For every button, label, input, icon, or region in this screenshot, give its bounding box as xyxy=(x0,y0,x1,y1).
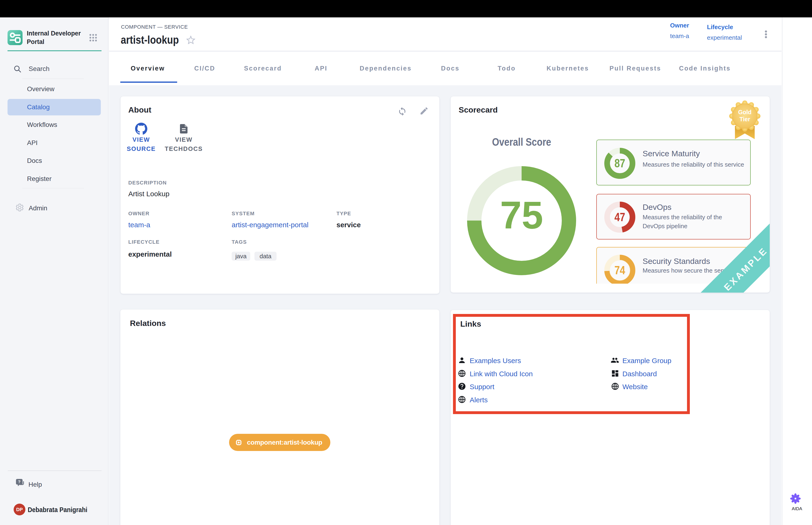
svg-text:Gold: Gold xyxy=(738,109,752,115)
svg-text:Tier: Tier xyxy=(739,116,750,122)
svg-text:?: ? xyxy=(18,480,20,484)
